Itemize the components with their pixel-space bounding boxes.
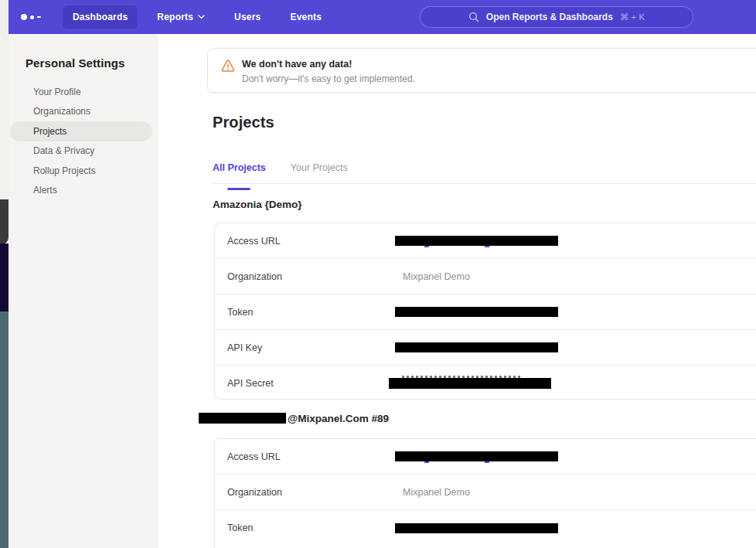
- nav-item-dashboards[interactable]: Dashboards: [63, 5, 138, 29]
- row-label: Organization: [215, 271, 282, 282]
- projects-tabs: All Projects Your Projects: [213, 162, 348, 184]
- active-item-highlight: [10, 121, 152, 141]
- row-label: Organization: [215, 487, 282, 498]
- redacted-project-name-prefix: [199, 413, 286, 424]
- mixpanel-logo-icon[interactable]: [21, 14, 41, 20]
- organization-value: Mixpanel Demo: [395, 271, 470, 282]
- desktop-edge-dark-tab: [0, 199, 9, 245]
- redacted-api-key-value: [395, 342, 558, 352]
- project-card-amazonia: Access URL Organization Mixpanel Demo To…: [214, 223, 756, 400]
- search-shortcut: ⌘ + K: [620, 12, 645, 22]
- search-placeholder: Open Reports & Dashboards: [486, 12, 613, 22]
- search-icon: [468, 12, 479, 22]
- row-api-secret: API Secret: [215, 366, 756, 401]
- project-card-mixpanel-89: Access URL Organization Mixpanel Demo To…: [214, 438, 756, 548]
- sidebar-item-data-privacy[interactable]: Data & Privacy: [9, 141, 158, 162]
- row-access-url: Access URL: [215, 223, 756, 259]
- main-content: We don't have any data! Don't worry—it's…: [158, 34, 756, 548]
- sidebar-item-label: Your Profile: [33, 87, 81, 97]
- settings-sidebar: Personal Settings Your Profile Organizat…: [9, 34, 158, 548]
- row-label: Token: [215, 522, 253, 533]
- sidebar-item-label: Rollup Projects: [33, 165, 96, 176]
- sidebar-item-your-profile[interactable]: Your Profile: [9, 82, 158, 102]
- project-name-label: @Mixpanel.Com #89: [288, 413, 389, 424]
- organization-value: Mixpanel Demo: [395, 487, 470, 498]
- nav-item-users[interactable]: Users: [224, 5, 271, 29]
- redacted-access-url-link[interactable]: [395, 236, 558, 246]
- desktop-edge-slate: [0, 311, 9, 548]
- no-data-alert-banner: We don't have any data! Don't worry—it's…: [207, 48, 756, 93]
- sidebar-item-label: Organizations: [33, 106, 90, 117]
- tab-your-projects[interactable]: Your Projects: [291, 162, 348, 184]
- top-nav-bar: Dashboards Reports Users Events Open Rep…: [9, 0, 756, 34]
- global-search-button[interactable]: Open Reports & Dashboards ⌘ + K: [420, 6, 693, 28]
- project-name-mixpanel-89: @Mixpanel.Com #89: [199, 411, 389, 425]
- project-name-amazonia: Amazonia {Demo}: [213, 199, 302, 210]
- nav-item-reports[interactable]: Reports: [147, 5, 215, 29]
- redacted-token-value: [395, 523, 558, 533]
- row-api-key: API Key: [215, 330, 756, 366]
- row-organization: Organization Mixpanel Demo: [215, 259, 756, 294]
- alert-title: We don't have any data!: [242, 59, 415, 70]
- row-label: Token: [215, 307, 253, 318]
- nav-item-label: Users: [234, 12, 261, 22]
- nav-item-label: Reports: [157, 12, 193, 22]
- tab-all-projects[interactable]: All Projects: [213, 162, 266, 184]
- tabs-divider: [213, 183, 756, 184]
- nav-item-label: Dashboards: [73, 12, 128, 22]
- page-title: Projects: [213, 114, 274, 131]
- tab-label: Your Projects: [291, 162, 348, 173]
- redacted-access-url-link[interactable]: [395, 451, 558, 461]
- nav-item-events[interactable]: Events: [280, 5, 332, 29]
- alert-subtitle: Don't worry—it's easy to get implemented…: [242, 73, 415, 84]
- row-label: API Secret: [215, 378, 274, 389]
- active-tab-underline: [227, 188, 250, 190]
- sidebar-title: Personal Settings: [26, 56, 158, 70]
- row-token: Token: [215, 510, 756, 546]
- row-token: Token: [215, 294, 756, 330]
- row-label: API Key: [215, 342, 262, 353]
- row-organization: Organization Mixpanel Demo: [215, 475, 756, 510]
- desktop-edge-navy: [0, 243, 9, 311]
- row-label: Access URL: [215, 236, 281, 247]
- sidebar-item-label: Alerts: [33, 185, 57, 196]
- row-access-url: Access URL: [215, 439, 756, 475]
- sidebar-item-label: Projects: [33, 126, 66, 137]
- row-label: Access URL: [215, 451, 281, 462]
- chevron-down-icon: [198, 15, 205, 19]
- sidebar-item-projects[interactable]: Projects: [9, 121, 158, 141]
- sidebar-item-label: Data & Privacy: [33, 145, 94, 156]
- sidebar-item-rollup-projects[interactable]: Rollup Projects: [9, 161, 158, 181]
- sidebar-item-alerts[interactable]: Alerts: [9, 181, 158, 201]
- sidebar-item-organizations[interactable]: Organizations: [9, 102, 158, 122]
- nav-item-label: Events: [290, 12, 322, 22]
- desktop-edge-light: [0, 0, 9, 199]
- redacted-api-secret-value: [389, 378, 551, 389]
- tab-label: All Projects: [213, 162, 266, 173]
- warning-triangle-icon: [221, 60, 235, 73]
- redacted-token-value: [395, 307, 558, 317]
